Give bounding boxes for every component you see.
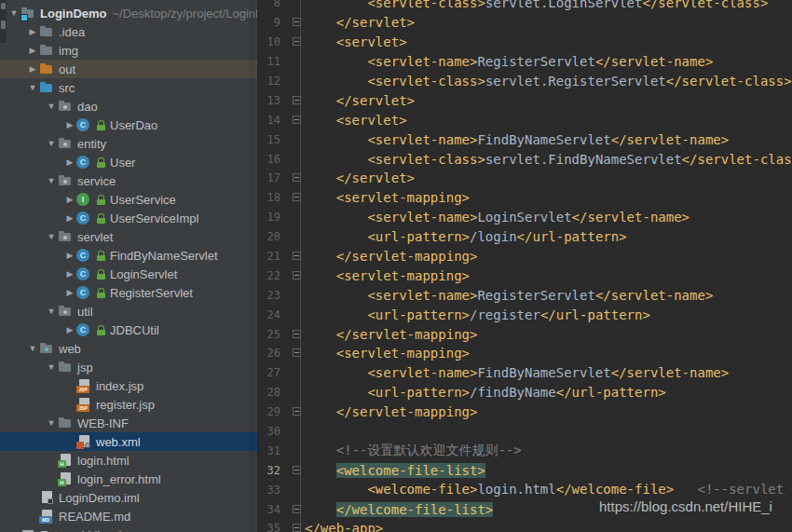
- code-line-14[interactable]: 14 <servlet>: [260, 110, 792, 130]
- code-line-20[interactable]: 20 <url-pattern>/login</url-pattern>: [260, 227, 792, 247]
- tree-item-service[interactable]: ▼service: [0, 171, 257, 190]
- tree-item-src[interactable]: ▼src: [0, 78, 257, 97]
- chevron-expanded-icon[interactable]: ▼: [7, 4, 20, 22]
- chevron-collapsed-icon[interactable]: ▶: [26, 22, 39, 41]
- chevron-collapsed-icon[interactable]: ▶: [63, 321, 76, 339]
- lock-badge-icon: [96, 117, 106, 132]
- code-line-22[interactable]: 22 <servlet-mapping>: [260, 266, 792, 285]
- tree-item-jsp[interactable]: ▼jsp: [0, 358, 257, 376]
- chevron-expanded-icon[interactable]: ▼: [26, 339, 39, 358]
- code-line-33[interactable]: 33 <welcome-file>login.html</welcome-fil…: [260, 480, 792, 499]
- tree-item-web[interactable]: ▼web: [0, 339, 257, 358]
- code-line-29[interactable]: 29 </servlet-mapping>: [260, 402, 792, 422]
- fold-end-marker[interactable]: [293, 330, 301, 338]
- tree-item-external-libraries[interactable]: ▶External Libraries: [0, 525, 257, 532]
- tree-item-userserviceimpl[interactable]: ▶CUserServiceImpl: [0, 209, 257, 227]
- code-line-15[interactable]: 15 <servlet-name>FindByNameServlet</serv…: [260, 130, 792, 149]
- tree-item-dao[interactable]: ▼dao: [0, 97, 257, 116]
- code-line-8[interactable]: 8 <servlet-class>servlet.LoginServlet</s…: [260, 0, 792, 13]
- tree-item-util[interactable]: ▼util: [0, 302, 257, 321]
- tree-item-web-inf[interactable]: ▼WEB-INF: [0, 414, 257, 432]
- chevron-collapsed-icon[interactable]: ▶: [63, 153, 76, 171]
- tree-item-user[interactable]: ▶CUser: [0, 153, 257, 171]
- jsp-file-icon: JSP: [76, 378, 91, 393]
- code-line-23[interactable]: 23 <servlet-name>RegisterServlet</servle…: [260, 285, 792, 305]
- code-line-18[interactable]: 18 <servlet-mapping>: [260, 188, 792, 208]
- chevron-collapsed-icon[interactable]: ▶: [63, 116, 76, 134]
- tree-item-logindemo-iml[interactable]: LoginDemo.iml: [0, 488, 257, 507]
- chevron-expanded-icon[interactable]: ▼: [45, 414, 58, 432]
- code-line-21[interactable]: 21 </servlet-mapping>: [260, 247, 792, 266]
- tree-item-index-jsp[interactable]: JSPindex.jsp: [0, 376, 257, 395]
- tree-item-logindemo[interactable]: ▼LoginDemo~/Desktop/zy/project/LoginDemo: [0, 4, 257, 22]
- tree-item-login-error-html[interactable]: Hlogin_error.html: [0, 470, 257, 488]
- tree-item-loginservlet[interactable]: ▶CLoginServlet: [0, 265, 257, 283]
- tool-window-stripe[interactable]: [0, 0, 7, 43]
- fold-end-marker[interactable]: [293, 505, 301, 513]
- chevron-expanded-icon[interactable]: ▼: [45, 302, 58, 321]
- chevron-collapsed-icon[interactable]: ▶: [7, 525, 20, 532]
- tree-item-register-jsp[interactable]: JSPregister.jsp: [0, 395, 257, 414]
- stripe-icon[interactable]: [1, 3, 6, 9]
- code-line-32[interactable]: 32 <welcome-file-list>: [260, 460, 792, 480]
- tree-item-jdbcutil[interactable]: ▶CJDBCUtil: [0, 321, 257, 339]
- fold-end-marker[interactable]: [293, 524, 301, 532]
- fold-start-marker[interactable]: [293, 466, 301, 474]
- code-line-31[interactable]: 31 <!--设置默认欢迎文件规则-->: [260, 441, 792, 460]
- code-line-12[interactable]: 12 <servlet-class>servlet.RegisterServle…: [260, 72, 792, 91]
- fold-end-marker[interactable]: [293, 173, 301, 182]
- tree-item-servlet[interactable]: ▼servlet: [0, 227, 257, 246]
- fold-start-marker[interactable]: [293, 348, 301, 357]
- project-tree: ▼LoginDemo~/Desktop/zy/project/LoginDemo…: [0, 4, 257, 532]
- line-number: 32: [260, 464, 280, 477]
- chevron-collapsed-icon[interactable]: ▶: [63, 265, 76, 283]
- chevron-expanded-icon[interactable]: ▼: [45, 97, 58, 116]
- fold-start-marker[interactable]: [293, 37, 301, 46]
- fold-end-marker[interactable]: [293, 407, 301, 416]
- chevron-expanded-icon[interactable]: ▼: [45, 171, 58, 190]
- code-line-9[interactable]: 9 </servlet>: [260, 13, 792, 33]
- tree-item-registerservlet[interactable]: ▶CRegisterServlet: [0, 283, 257, 302]
- chevron-collapsed-icon[interactable]: ▶: [63, 209, 76, 227]
- code-line-35[interactable]: 35</web-app>: [260, 519, 792, 532]
- tree-item-login-html[interactable]: Hlogin.html: [0, 451, 257, 470]
- chevron-expanded-icon[interactable]: ▼: [45, 358, 58, 376]
- code-line-19[interactable]: 19 <servlet-name>LoginServlet</servlet-n…: [260, 208, 792, 227]
- code-line-26[interactable]: 26 <servlet-mapping>: [260, 344, 792, 363]
- code-line-10[interactable]: 10 <servlet>: [260, 33, 792, 52]
- chevron-collapsed-icon[interactable]: ▶: [26, 41, 39, 60]
- tree-item-readme-md[interactable]: MDREADME.md: [0, 507, 257, 525]
- tree-item-findbynameservlet[interactable]: ▶CFindByNameServlet: [0, 246, 257, 265]
- code-line-24[interactable]: 24 <url-pattern>/register</url-pattern>: [260, 305, 792, 324]
- tree-item-entity[interactable]: ▼entity: [0, 134, 257, 153]
- fold-end-marker[interactable]: [293, 96, 301, 104]
- code-line-27[interactable]: 27 <servlet-name>FindByNameServlet</serv…: [260, 363, 792, 383]
- fold-end-marker[interactable]: [293, 252, 301, 260]
- fold-start-marker[interactable]: [293, 193, 301, 201]
- tree-item-userdao[interactable]: ▶CUserDao: [0, 116, 257, 134]
- fold-end-marker[interactable]: [293, 18, 301, 26]
- tree-item-web-xml[interactable]: web.xml: [0, 432, 257, 451]
- code-line-25[interactable]: 25 </servlet-mapping>: [260, 324, 792, 344]
- chevron-expanded-icon[interactable]: ▼: [45, 227, 58, 246]
- tree-item-out[interactable]: ▶out: [0, 60, 257, 78]
- code-line-17[interactable]: 17 </servlet>: [260, 169, 792, 188]
- code-line-30[interactable]: 30: [260, 422, 792, 442]
- chevron-collapsed-icon[interactable]: ▶: [63, 190, 76, 209]
- code-line-28[interactable]: 28 <url-pattern>/findByName</url-pattern…: [260, 383, 792, 402]
- code-line-16[interactable]: 16 <servlet-class>servlet.FindByNameServ…: [260, 149, 792, 169]
- fold-start-marker[interactable]: [293, 116, 301, 124]
- tree-item-img[interactable]: ▶img: [0, 41, 257, 60]
- chevron-expanded-icon[interactable]: ▼: [45, 134, 58, 153]
- stripe-icon[interactable]: [1, 20, 6, 29]
- chevron-collapsed-icon[interactable]: ▶: [26, 60, 39, 78]
- chevron-collapsed-icon[interactable]: ▶: [63, 283, 76, 302]
- tree-item-userservice[interactable]: ▶IUserService: [0, 190, 257, 209]
- fold-start-marker[interactable]: [293, 271, 301, 280]
- tree-item-idea[interactable]: ▶.idea: [0, 22, 257, 41]
- code-line-13[interactable]: 13 </servlet>: [260, 90, 792, 110]
- chevron-expanded-icon[interactable]: ▼: [26, 78, 39, 97]
- code-line-11[interactable]: 11 <servlet-name>RegisterServlet</servle…: [260, 52, 792, 72]
- tree-scrollbar[interactable]: [249, 0, 255, 532]
- chevron-collapsed-icon[interactable]: ▶: [63, 246, 76, 265]
